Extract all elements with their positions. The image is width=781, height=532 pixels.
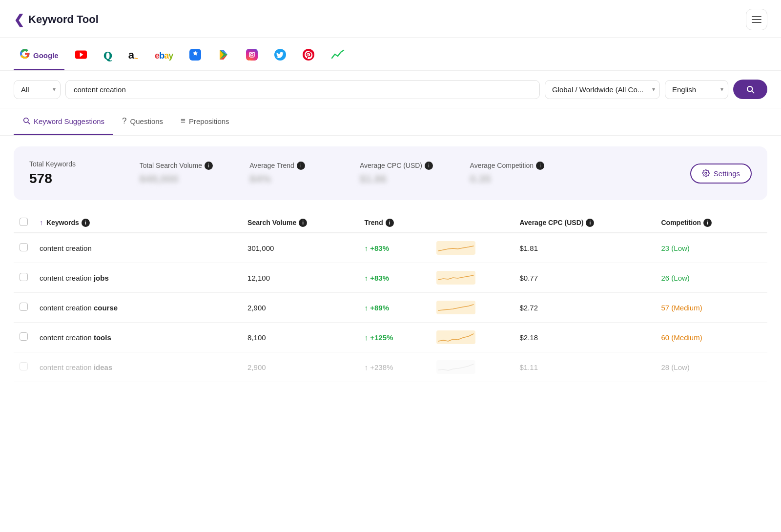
table-row: content creation 301,000 ↑ +83% $1.81 23… bbox=[14, 233, 767, 263]
platform-tab-bing[interactable]: 𝐐 bbox=[98, 46, 118, 69]
row-2-sv: 12,100 bbox=[242, 263, 358, 293]
language-select-wrap: English ▾ bbox=[665, 80, 728, 99]
avg-competition-label: Average Competition i bbox=[470, 162, 580, 170]
svg-rect-22 bbox=[436, 360, 475, 374]
logo: ❮ Keyword Tool bbox=[14, 12, 99, 27]
search-volume-label: Total Search Volume i bbox=[140, 162, 250, 170]
row-3-chart bbox=[431, 293, 514, 323]
location-select-wrap: Global / Worldwide (All Co... ▾ bbox=[545, 80, 660, 99]
row-1-trend: ↑ +83% bbox=[359, 233, 431, 263]
row-3-keyword: content creation course bbox=[34, 293, 242, 323]
platform-tab-playstore[interactable] bbox=[212, 45, 235, 70]
bing-icon: 𝐐 bbox=[103, 50, 112, 62]
stat-avg-trend: Average Trend i 84% bbox=[249, 162, 360, 185]
row-1-chart bbox=[431, 233, 514, 263]
filter-select[interactable]: All Broad Exact Phrase bbox=[14, 80, 61, 99]
svg-rect-7 bbox=[246, 49, 258, 61]
google-icon bbox=[20, 48, 30, 62]
avg-trend-label: Average Trend i bbox=[249, 162, 360, 170]
row-3-checkbox[interactable] bbox=[20, 303, 28, 311]
row-5-trend: ↑ +238% bbox=[359, 352, 431, 382]
row-4-checkbox[interactable] bbox=[20, 332, 28, 341]
filter-select-wrap: All Broad Exact Phrase ▾ bbox=[14, 80, 61, 99]
keyword-suggestions-icon bbox=[22, 117, 30, 126]
stats-box: Total Keywords 578 Total Search Volume i… bbox=[14, 146, 767, 200]
row-1-sv: 301,000 bbox=[242, 233, 358, 263]
avg-competition-value: 0.35 bbox=[470, 173, 580, 185]
avg-competition-info-icon: i bbox=[536, 162, 544, 170]
search-input[interactable] bbox=[65, 80, 540, 99]
search-volume-value: 849,000 bbox=[140, 173, 250, 185]
svg-point-10 bbox=[254, 52, 255, 53]
tab-prepositions[interactable]: ≡ Prepositions bbox=[172, 108, 238, 135]
youtube-icon bbox=[75, 50, 87, 62]
avg-cpc-info-icon: i bbox=[425, 162, 433, 170]
platform-tab-twitter[interactable] bbox=[268, 45, 292, 70]
logo-icon: ❮ bbox=[14, 12, 24, 27]
th-search-volume: Search Volume i bbox=[242, 211, 358, 233]
svg-line-14 bbox=[752, 91, 754, 93]
row-5-sv: 2,900 bbox=[242, 352, 358, 382]
th-check bbox=[14, 211, 34, 233]
row-4-cpc: $2.18 bbox=[514, 323, 655, 352]
platform-tab-pinterest[interactable] bbox=[297, 45, 320, 70]
row-5-check bbox=[14, 352, 34, 382]
comp-col-info-icon: i bbox=[703, 219, 712, 227]
row-1-comp: 23 (Low) bbox=[656, 233, 768, 263]
trends-icon bbox=[331, 49, 345, 63]
row-1-cpc: $1.81 bbox=[514, 233, 655, 263]
avg-cpc-value: $1.86 bbox=[360, 173, 470, 185]
twitter-icon bbox=[274, 49, 286, 63]
row-4-chart bbox=[431, 323, 514, 352]
row-3-cpc: $2.72 bbox=[514, 293, 655, 323]
search-bar: All Broad Exact Phrase ▾ Global / Worldw… bbox=[0, 71, 781, 108]
th-cpc: Average CPC (USD) i bbox=[514, 211, 655, 233]
table-body: content creation 301,000 ↑ +83% $1.81 23… bbox=[14, 233, 767, 382]
menu-line-3 bbox=[752, 22, 761, 23]
row-5-checkbox[interactable] bbox=[20, 362, 28, 370]
search-button[interactable] bbox=[733, 80, 767, 99]
platform-tab-trends[interactable] bbox=[325, 45, 350, 70]
svg-rect-18 bbox=[436, 241, 475, 255]
keyword-suggestions-label: Keyword Suggestions bbox=[34, 117, 104, 125]
location-select[interactable]: Global / Worldwide (All Co... bbox=[545, 80, 660, 99]
th-chart bbox=[431, 211, 514, 233]
row-2-keyword: content creation jobs bbox=[34, 263, 242, 293]
keywords-col-info-icon: i bbox=[82, 219, 90, 227]
th-keywords: ↑ Keywords i bbox=[34, 211, 242, 233]
platform-tab-youtube[interactable] bbox=[69, 46, 93, 69]
settings-label: Settings bbox=[714, 169, 740, 178]
row-4-sv: 8,100 bbox=[242, 323, 358, 352]
prepositions-icon: ≡ bbox=[181, 116, 185, 126]
row-1-checkbox[interactable] bbox=[20, 243, 28, 251]
instagram-icon bbox=[246, 49, 258, 63]
platform-tab-appstore[interactable] bbox=[184, 45, 207, 70]
row-4-keyword: content creation tools bbox=[34, 323, 242, 352]
keywords-table: ↑ Keywords i Search Volume i Trend i bbox=[14, 211, 767, 382]
cpc-col-info-icon: i bbox=[586, 219, 594, 227]
ebay-icon: ebay bbox=[155, 51, 173, 61]
row-4-check bbox=[14, 323, 34, 352]
row-5-chart bbox=[431, 352, 514, 382]
select-all-checkbox[interactable] bbox=[20, 218, 28, 226]
questions-icon: ? bbox=[122, 116, 126, 126]
menu-button[interactable] bbox=[746, 9, 767, 30]
platform-tab-ebay[interactable]: ebay bbox=[149, 47, 179, 68]
row-1-keyword: content creation bbox=[34, 233, 242, 263]
tab-questions[interactable]: ? Questions bbox=[113, 108, 172, 135]
menu-line-1 bbox=[752, 16, 761, 17]
platform-tab-google[interactable]: Google bbox=[14, 44, 64, 70]
tab-keyword-suggestions[interactable]: Keyword Suggestions bbox=[14, 108, 113, 135]
questions-label: Questions bbox=[130, 117, 164, 125]
platform-tab-instagram[interactable] bbox=[240, 45, 264, 70]
stat-avg-cpc: Average CPC (USD) i $1.86 bbox=[360, 162, 470, 185]
sort-keywords-icon: ↑ bbox=[40, 219, 43, 226]
table-row: content creation jobs 12,100 ↑ +83% $0.7… bbox=[14, 263, 767, 293]
platform-tab-amazon[interactable]: a~ bbox=[123, 45, 144, 69]
settings-button[interactable]: Settings bbox=[690, 164, 752, 184]
sv-col-info-icon: i bbox=[299, 219, 307, 227]
language-select[interactable]: English bbox=[665, 80, 728, 99]
row-5-keyword: content creation ideas bbox=[34, 352, 242, 382]
row-2-checkbox[interactable] bbox=[20, 273, 28, 281]
app-title: Keyword Tool bbox=[28, 13, 99, 26]
